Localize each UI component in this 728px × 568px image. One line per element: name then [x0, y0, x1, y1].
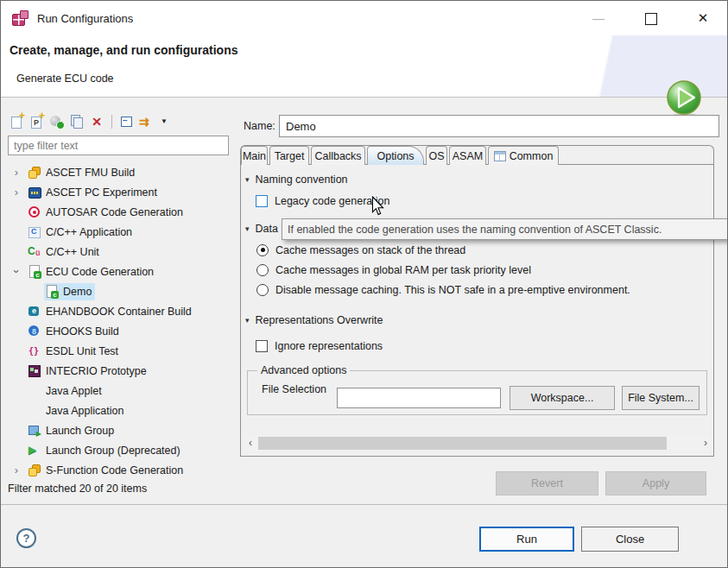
tab-common[interactable]: Common — [488, 146, 559, 165]
delete-configuration-icon[interactable] — [88, 113, 105, 130]
tree-item-content[interactable]: C/C++ Application — [27, 224, 136, 241]
new-configuration-icon[interactable] — [9, 113, 26, 130]
file-selection-input[interactable] — [337, 388, 501, 408]
tree-item-content[interactable]: EHANDBOOK Container Build — [27, 303, 195, 320]
tree-item-label: S-Function Code Generation — [46, 464, 183, 476]
tree-item-label: Launch Group (Deprecated) — [46, 445, 180, 457]
tree-item[interactable]: AUTOSAR Code Generation — [1, 202, 232, 222]
minimize-icon[interactable]: — — [579, 1, 618, 35]
expander-collapsed-icon[interactable]: › — [6, 464, 27, 476]
tree-item-content[interactable]: AUTOSAR Code Generation — [27, 204, 187, 221]
advanced-options-group: File Selection Workspace... File System.… — [247, 370, 707, 415]
launch-group-dep-icon — [28, 444, 41, 458]
tree-item[interactable]: INTECRIO Prototype — [1, 361, 232, 381]
tab-main[interactable]: Main — [241, 146, 268, 165]
app-icon — [12, 10, 28, 25]
tree-selection[interactable]: Demo — [44, 283, 95, 300]
tree-item-content[interactable]: C/C++ Unit — [27, 243, 103, 261]
expander-collapsed-icon[interactable]: › — [6, 166, 27, 179]
maximize-icon[interactable] — [631, 1, 671, 35]
launch-group-icon — [28, 424, 41, 438]
representations-section[interactable]: ▾ Representations Overwrite — [245, 313, 383, 327]
tree-item[interactable]: EHOOKS Build — [1, 321, 232, 341]
help-button[interactable]: ? — [16, 528, 36, 548]
tree-item[interactable]: Demo — [1, 281, 232, 301]
close-button[interactable]: Close — [581, 527, 679, 552]
radio-button[interactable] — [256, 284, 269, 296]
tree-item-content[interactable]: ECU Code Generation — [27, 263, 157, 281]
scroll-right-icon[interactable]: › — [699, 436, 712, 451]
tree-item-label: INTECRIO Prototype — [46, 365, 147, 377]
tree-item[interactable]: Launch Group (Deprecated) — [1, 440, 232, 460]
tree-item-content[interactable]: Launch Group — [27, 422, 117, 439]
filter-input[interactable] — [8, 136, 229, 155]
export-configurations-icon[interactable] — [48, 113, 66, 130]
tree-item-content[interactable]: INTECRIO Prototype — [27, 363, 150, 380]
tree-item[interactable]: ›ASCET FMU Build — [1, 162, 232, 182]
radio-button[interactable] — [256, 244, 269, 256]
name-input[interactable] — [279, 115, 719, 137]
run-button[interactable]: Run — [479, 527, 574, 552]
tree-item-content[interactable]: Java Applet — [27, 382, 105, 400]
tree-item[interactable]: C/C++ Application — [1, 222, 232, 242]
tab-os[interactable]: OS — [426, 146, 447, 165]
data-section[interactable]: ▾ Data — [245, 222, 278, 236]
apply-button[interactable]: Apply — [605, 471, 706, 495]
revert-button[interactable]: Revert — [496, 471, 598, 495]
horizontal-scrollbar[interactable]: ‹ › — [244, 436, 712, 451]
tree-item[interactable]: ›ASCET PC Experiment — [1, 182, 232, 202]
tree-item[interactable]: Java Application — [1, 401, 232, 420]
tree-item[interactable]: Launch Group — [1, 420, 232, 440]
c-app-icon — [28, 225, 41, 239]
tab-asam[interactable]: ASAM — [449, 146, 486, 165]
close-window-icon[interactable]: ✕ — [683, 1, 723, 35]
tree-item-label: C/C++ Application — [46, 226, 132, 238]
tree-item-content[interactable]: ASCET PC Experiment — [27, 184, 161, 201]
collapse-all-icon[interactable] — [118, 113, 136, 130]
tree-item[interactable]: ESDL Unit Test — [1, 341, 232, 361]
new-prototype-icon[interactable] — [28, 113, 46, 130]
ecu-icon — [45, 285, 59, 299]
legacy-code-generation-checkbox[interactable] — [256, 195, 268, 207]
file-system-button[interactable]: File System... — [622, 386, 700, 410]
tab-label: Main — [243, 150, 266, 162]
scroll-left-icon[interactable]: ‹ — [244, 436, 257, 451]
titlebar: Run Configurations — ✕ — [1, 1, 727, 35]
sidebar-toolbar — [9, 112, 175, 131]
tree-item[interactable]: Java Applet — [1, 381, 232, 401]
tree-item-content[interactable]: ASCET FMU Build — [27, 164, 138, 181]
tree-item[interactable]: ›S-Function Code Generation — [1, 460, 232, 480]
tree-item[interactable]: EHANDBOOK Container Build — [1, 301, 232, 321]
tree-item-label: ESDL Unit Test — [46, 345, 118, 357]
naming-convention-section[interactable]: ▾ Naming convention — [245, 173, 348, 186]
tree-item-label: Demo — [63, 286, 92, 298]
file-selection-label: File Selection — [262, 383, 326, 395]
radio-button[interactable] — [256, 264, 269, 276]
section-collapse-icon[interactable]: ▾ — [245, 222, 250, 236]
tree-item-content[interactable]: S-Function Code Generation — [27, 462, 187, 479]
tree-item[interactable]: ›ECU Code Generation — [1, 262, 232, 281]
section-collapse-icon[interactable]: ▾ — [245, 313, 250, 327]
scrollbar-thumb[interactable] — [258, 437, 667, 450]
tree-item-content[interactable]: EHOOKS Build — [27, 323, 123, 340]
tree-item-content[interactable]: ESDL Unit Test — [27, 343, 122, 360]
sfunction-icon — [28, 464, 41, 477]
section-title: Representations Overwrite — [256, 314, 383, 326]
section-collapse-icon[interactable]: ▾ — [245, 173, 250, 186]
view-menu-icon[interactable] — [158, 113, 175, 130]
tree-item-content[interactable]: Java Application — [27, 402, 127, 420]
tree-item-content[interactable]: Launch Group (Deprecated) — [27, 442, 184, 459]
ignore-representations-checkbox[interactable] — [256, 340, 268, 352]
expander-expanded-icon[interactable]: › — [10, 262, 23, 282]
filter-configurations-icon[interactable] — [138, 113, 155, 130]
tab-label: ASAM — [453, 150, 483, 162]
expander-collapsed-icon[interactable]: › — [6, 186, 27, 199]
tab-options[interactable]: Options — [367, 146, 424, 165]
tab-callbacks[interactable]: Callbacks — [311, 146, 365, 165]
duplicate-configuration-icon[interactable] — [68, 113, 85, 130]
dialog-header: Create, manage, and run configurations G… — [1, 35, 727, 98]
workspace-button[interactable]: Workspace... — [510, 386, 615, 410]
tab-target[interactable]: Target — [269, 146, 309, 165]
run-configurations-dialog: Run Configurations — ✕ Create, manage, a… — [0, 0, 728, 568]
tree-item[interactable]: C/C++ Unit — [1, 242, 232, 262]
